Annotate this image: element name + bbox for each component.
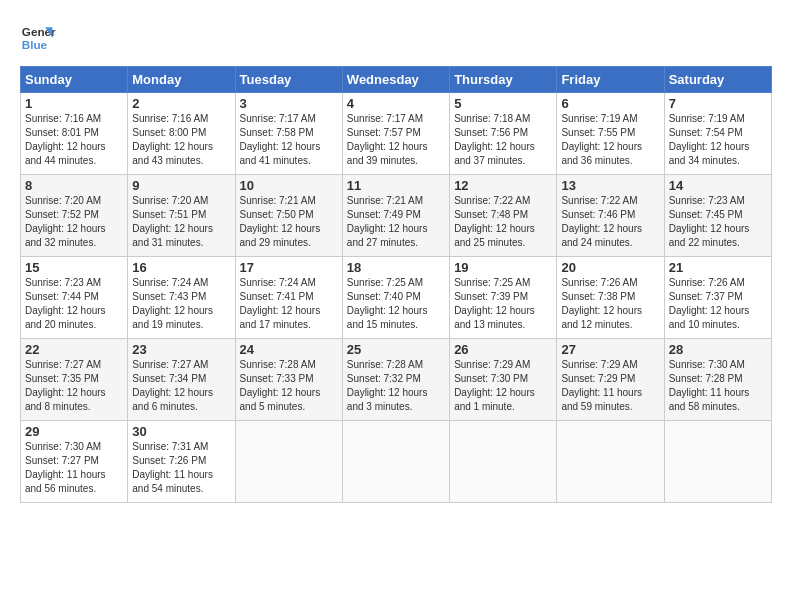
logo: General Blue bbox=[20, 20, 56, 56]
calendar-day-cell: 13Sunrise: 7:22 AMSunset: 7:46 PMDayligh… bbox=[557, 175, 664, 257]
logo-icon: General Blue bbox=[20, 20, 56, 56]
header: General Blue bbox=[20, 20, 772, 56]
day-details: Sunrise: 7:25 AMSunset: 7:40 PMDaylight:… bbox=[347, 276, 445, 332]
calendar-day-cell: 19Sunrise: 7:25 AMSunset: 7:39 PMDayligh… bbox=[450, 257, 557, 339]
day-number: 30 bbox=[132, 424, 230, 439]
calendar-day-cell: 25Sunrise: 7:28 AMSunset: 7:32 PMDayligh… bbox=[342, 339, 449, 421]
day-details: Sunrise: 7:20 AMSunset: 7:51 PMDaylight:… bbox=[132, 194, 230, 250]
day-details: Sunrise: 7:24 AMSunset: 7:41 PMDaylight:… bbox=[240, 276, 338, 332]
calendar-week-row: 29Sunrise: 7:30 AMSunset: 7:27 PMDayligh… bbox=[21, 421, 772, 503]
day-details: Sunrise: 7:28 AMSunset: 7:32 PMDaylight:… bbox=[347, 358, 445, 414]
calendar-day-cell: 15Sunrise: 7:23 AMSunset: 7:44 PMDayligh… bbox=[21, 257, 128, 339]
day-number: 6 bbox=[561, 96, 659, 111]
day-details: Sunrise: 7:30 AMSunset: 7:27 PMDaylight:… bbox=[25, 440, 123, 496]
day-number: 20 bbox=[561, 260, 659, 275]
day-number: 25 bbox=[347, 342, 445, 357]
day-number: 9 bbox=[132, 178, 230, 193]
day-details: Sunrise: 7:20 AMSunset: 7:52 PMDaylight:… bbox=[25, 194, 123, 250]
calendar-day-cell: 12Sunrise: 7:22 AMSunset: 7:48 PMDayligh… bbox=[450, 175, 557, 257]
calendar-day-cell: 16Sunrise: 7:24 AMSunset: 7:43 PMDayligh… bbox=[128, 257, 235, 339]
day-number: 16 bbox=[132, 260, 230, 275]
calendar-day-cell: 24Sunrise: 7:28 AMSunset: 7:33 PMDayligh… bbox=[235, 339, 342, 421]
day-details: Sunrise: 7:29 AMSunset: 7:30 PMDaylight:… bbox=[454, 358, 552, 414]
calendar-day-cell: 4Sunrise: 7:17 AMSunset: 7:57 PMDaylight… bbox=[342, 93, 449, 175]
calendar-day-cell: 10Sunrise: 7:21 AMSunset: 7:50 PMDayligh… bbox=[235, 175, 342, 257]
day-number: 24 bbox=[240, 342, 338, 357]
day-details: Sunrise: 7:27 AMSunset: 7:35 PMDaylight:… bbox=[25, 358, 123, 414]
day-number: 7 bbox=[669, 96, 767, 111]
weekday-header-cell: Tuesday bbox=[235, 67, 342, 93]
calendar-day-cell: 6Sunrise: 7:19 AMSunset: 7:55 PMDaylight… bbox=[557, 93, 664, 175]
day-number: 11 bbox=[347, 178, 445, 193]
day-details: Sunrise: 7:29 AMSunset: 7:29 PMDaylight:… bbox=[561, 358, 659, 414]
weekday-header-cell: Wednesday bbox=[342, 67, 449, 93]
day-details: Sunrise: 7:25 AMSunset: 7:39 PMDaylight:… bbox=[454, 276, 552, 332]
day-number: 28 bbox=[669, 342, 767, 357]
day-number: 19 bbox=[454, 260, 552, 275]
calendar-week-row: 15Sunrise: 7:23 AMSunset: 7:44 PMDayligh… bbox=[21, 257, 772, 339]
calendar-day-cell: 20Sunrise: 7:26 AMSunset: 7:38 PMDayligh… bbox=[557, 257, 664, 339]
day-details: Sunrise: 7:19 AMSunset: 7:54 PMDaylight:… bbox=[669, 112, 767, 168]
day-number: 2 bbox=[132, 96, 230, 111]
calendar-day-cell: 28Sunrise: 7:30 AMSunset: 7:28 PMDayligh… bbox=[664, 339, 771, 421]
calendar-day-cell: 1Sunrise: 7:16 AMSunset: 8:01 PMDaylight… bbox=[21, 93, 128, 175]
calendar-day-cell: 9Sunrise: 7:20 AMSunset: 7:51 PMDaylight… bbox=[128, 175, 235, 257]
day-details: Sunrise: 7:17 AMSunset: 7:58 PMDaylight:… bbox=[240, 112, 338, 168]
day-number: 12 bbox=[454, 178, 552, 193]
day-number: 4 bbox=[347, 96, 445, 111]
weekday-header-cell: Monday bbox=[128, 67, 235, 93]
day-number: 13 bbox=[561, 178, 659, 193]
calendar-day-cell: 23Sunrise: 7:27 AMSunset: 7:34 PMDayligh… bbox=[128, 339, 235, 421]
calendar-day-cell: 17Sunrise: 7:24 AMSunset: 7:41 PMDayligh… bbox=[235, 257, 342, 339]
day-number: 18 bbox=[347, 260, 445, 275]
day-number: 10 bbox=[240, 178, 338, 193]
calendar-day-cell: 5Sunrise: 7:18 AMSunset: 7:56 PMDaylight… bbox=[450, 93, 557, 175]
calendar-day-cell bbox=[450, 421, 557, 503]
day-number: 3 bbox=[240, 96, 338, 111]
day-number: 15 bbox=[25, 260, 123, 275]
calendar-day-cell: 22Sunrise: 7:27 AMSunset: 7:35 PMDayligh… bbox=[21, 339, 128, 421]
calendar-day-cell: 18Sunrise: 7:25 AMSunset: 7:40 PMDayligh… bbox=[342, 257, 449, 339]
day-number: 23 bbox=[132, 342, 230, 357]
day-number: 22 bbox=[25, 342, 123, 357]
day-details: Sunrise: 7:30 AMSunset: 7:28 PMDaylight:… bbox=[669, 358, 767, 414]
day-details: Sunrise: 7:22 AMSunset: 7:46 PMDaylight:… bbox=[561, 194, 659, 250]
weekday-header-cell: Sunday bbox=[21, 67, 128, 93]
day-number: 14 bbox=[669, 178, 767, 193]
day-details: Sunrise: 7:21 AMSunset: 7:49 PMDaylight:… bbox=[347, 194, 445, 250]
day-details: Sunrise: 7:23 AMSunset: 7:44 PMDaylight:… bbox=[25, 276, 123, 332]
calendar-day-cell: 30Sunrise: 7:31 AMSunset: 7:26 PMDayligh… bbox=[128, 421, 235, 503]
day-details: Sunrise: 7:17 AMSunset: 7:57 PMDaylight:… bbox=[347, 112, 445, 168]
day-details: Sunrise: 7:24 AMSunset: 7:43 PMDaylight:… bbox=[132, 276, 230, 332]
calendar-table: SundayMondayTuesdayWednesdayThursdayFrid… bbox=[20, 66, 772, 503]
calendar-day-cell: 8Sunrise: 7:20 AMSunset: 7:52 PMDaylight… bbox=[21, 175, 128, 257]
day-details: Sunrise: 7:23 AMSunset: 7:45 PMDaylight:… bbox=[669, 194, 767, 250]
day-details: Sunrise: 7:16 AMSunset: 8:01 PMDaylight:… bbox=[25, 112, 123, 168]
day-number: 5 bbox=[454, 96, 552, 111]
day-number: 29 bbox=[25, 424, 123, 439]
page-container: General Blue SundayMondayTuesdayWednesda… bbox=[0, 0, 792, 513]
day-details: Sunrise: 7:28 AMSunset: 7:33 PMDaylight:… bbox=[240, 358, 338, 414]
day-details: Sunrise: 7:16 AMSunset: 8:00 PMDaylight:… bbox=[132, 112, 230, 168]
calendar-body: 1Sunrise: 7:16 AMSunset: 8:01 PMDaylight… bbox=[21, 93, 772, 503]
day-details: Sunrise: 7:26 AMSunset: 7:38 PMDaylight:… bbox=[561, 276, 659, 332]
day-number: 21 bbox=[669, 260, 767, 275]
calendar-day-cell: 29Sunrise: 7:30 AMSunset: 7:27 PMDayligh… bbox=[21, 421, 128, 503]
day-number: 26 bbox=[454, 342, 552, 357]
day-number: 27 bbox=[561, 342, 659, 357]
day-number: 17 bbox=[240, 260, 338, 275]
day-details: Sunrise: 7:21 AMSunset: 7:50 PMDaylight:… bbox=[240, 194, 338, 250]
calendar-day-cell: 7Sunrise: 7:19 AMSunset: 7:54 PMDaylight… bbox=[664, 93, 771, 175]
calendar-week-row: 1Sunrise: 7:16 AMSunset: 8:01 PMDaylight… bbox=[21, 93, 772, 175]
calendar-day-cell: 2Sunrise: 7:16 AMSunset: 8:00 PMDaylight… bbox=[128, 93, 235, 175]
calendar-day-cell: 11Sunrise: 7:21 AMSunset: 7:49 PMDayligh… bbox=[342, 175, 449, 257]
calendar-day-cell: 21Sunrise: 7:26 AMSunset: 7:37 PMDayligh… bbox=[664, 257, 771, 339]
day-details: Sunrise: 7:22 AMSunset: 7:48 PMDaylight:… bbox=[454, 194, 552, 250]
day-details: Sunrise: 7:19 AMSunset: 7:55 PMDaylight:… bbox=[561, 112, 659, 168]
calendar-day-cell: 14Sunrise: 7:23 AMSunset: 7:45 PMDayligh… bbox=[664, 175, 771, 257]
calendar-day-cell bbox=[664, 421, 771, 503]
calendar-week-row: 8Sunrise: 7:20 AMSunset: 7:52 PMDaylight… bbox=[21, 175, 772, 257]
svg-text:Blue: Blue bbox=[22, 38, 48, 51]
weekday-header-cell: Friday bbox=[557, 67, 664, 93]
calendar-day-cell bbox=[235, 421, 342, 503]
